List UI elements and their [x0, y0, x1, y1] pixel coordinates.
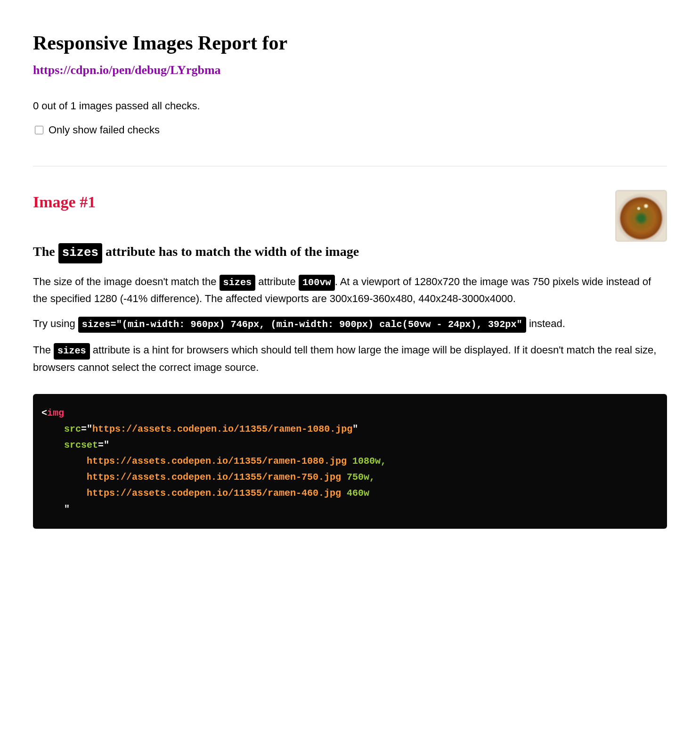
code-tag-img: img	[47, 408, 64, 418]
p1-text-a: The size of the image doesn't match the	[33, 276, 220, 287]
code-srcset-url-1: https://assets.codepen.io/11355/ramen-10…	[87, 456, 347, 467]
code-attr-src: src	[64, 424, 81, 434]
source-code-block: <img src="https://assets.codepen.io/1135…	[33, 394, 667, 529]
filter-row: Only show failed checks	[33, 122, 667, 138]
check-title: The sizes attribute has to match the wid…	[33, 242, 667, 263]
p1-text-b: attribute	[255, 276, 299, 287]
suggested-sizes-badge: sizes="(min-width: 960px) 746px, (min-wi…	[78, 317, 526, 333]
code-punct: =	[98, 440, 104, 451]
check-paragraph-2: Try using sizes="(min-width: 960px) 746p…	[33, 316, 667, 333]
check-title-post: attribute has to match the width of the …	[102, 244, 359, 259]
code-attr-srcset: srcset	[64, 440, 98, 451]
summary-text: 0 out of 1 images passed all checks.	[33, 98, 667, 114]
image-report-1: Image #1 The sizes attribute has to matc…	[33, 190, 667, 529]
check-title-pre: The	[33, 244, 58, 259]
sizes-value-badge: 100vw	[299, 275, 335, 291]
p2-text-a: Try using	[33, 318, 78, 329]
only-failed-checkbox[interactable]	[35, 126, 43, 134]
image-heading: Image #1	[33, 190, 96, 214]
code-punct: "	[104, 440, 109, 451]
code-punct: "	[87, 424, 92, 434]
code-punct: =	[81, 424, 87, 434]
code-punct: <	[41, 408, 47, 418]
p3-text-b: attribute is a hint for browsers which s…	[33, 344, 656, 373]
code-srcset-w-2: 750w,	[341, 472, 375, 483]
sizes-badge-inline: sizes	[220, 275, 256, 291]
code-punct: "	[64, 504, 70, 515]
image-thumbnail	[615, 190, 667, 242]
code-srcset-w-3: 460w	[341, 488, 369, 499]
code-srcset-url-3: https://assets.codepen.io/11355/ramen-46…	[87, 488, 341, 499]
check-paragraph-1: The size of the image doesn't match the …	[33, 274, 667, 306]
sizes-code-badge: sizes	[58, 243, 102, 263]
only-failed-label: Only show failed checks	[49, 122, 160, 138]
sizes-badge-inline-2: sizes	[54, 343, 90, 359]
code-srcset-url-2: https://assets.codepen.io/11355/ramen-75…	[87, 472, 341, 483]
check-paragraph-3: The sizes attribute is a hint for browse…	[33, 342, 667, 375]
report-url-link[interactable]: https://cdpn.io/pen/debug/LYrgbma	[33, 61, 667, 79]
page-title: Responsive Images Report for	[33, 28, 667, 58]
p2-text-b: instead.	[526, 318, 565, 329]
code-punct: "	[352, 424, 358, 434]
p3-text-a: The	[33, 344, 54, 356]
code-src-url: https://assets.codepen.io/11355/ramen-10…	[92, 424, 352, 434]
divider	[33, 166, 667, 166]
code-srcset-w-1: 1080w,	[347, 456, 386, 467]
